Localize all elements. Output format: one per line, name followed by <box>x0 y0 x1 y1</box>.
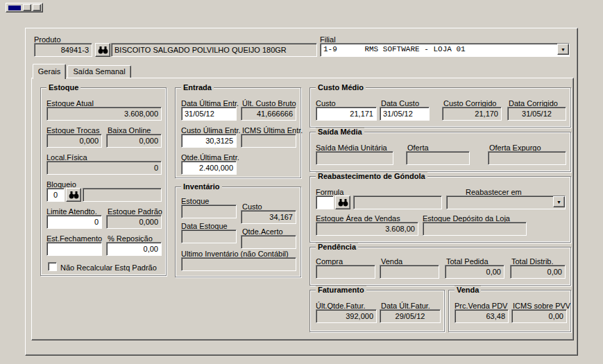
bloqueio-desc-field <box>83 188 162 202</box>
group-venda-title: Venda <box>455 286 481 294</box>
filial-dropdown-button[interactable]: ▼ <box>557 44 569 55</box>
group-faturamento-title: Faturamento <box>316 286 366 294</box>
icms-sobre-pvv-field: 0,00 <box>511 309 567 323</box>
group-pendencia: Pendência Compra Venda Total Pedida Tota… <box>309 247 571 286</box>
group-pendencia-title: Pendência <box>316 243 358 251</box>
oferta-expurgo-field <box>488 151 566 165</box>
icms-ultima-entr-field <box>241 134 296 148</box>
formula-code-field[interactable] <box>316 196 334 209</box>
nao-recalcular-checkbox[interactable] <box>48 262 57 271</box>
limite-atendto-field[interactable]: 0 <box>46 215 102 229</box>
reposicao-field[interactable]: 0,00 <box>106 242 162 256</box>
pend-compra-field <box>316 265 375 279</box>
tab-gerais[interactable]: Gerais <box>33 64 66 79</box>
est-fechamento-field[interactable] <box>46 242 102 256</box>
group-entrada-title: Entrada <box>181 83 214 92</box>
group-inventario-title: Inventário <box>181 182 222 191</box>
cm-custo-corrigido-field: 21,170 <box>442 107 502 121</box>
estoque-trocas-field: 0,000 <box>46 134 102 148</box>
binoculars-icon <box>69 191 79 199</box>
filial-value: 1-9 RMS SOFTWARE - LOJA 01 <box>323 44 466 55</box>
ultimo-inventario-field <box>181 257 296 271</box>
estoque-atual-field: 3.608,000 <box>46 107 162 121</box>
data-estoque-field <box>181 229 237 243</box>
main-panel: Produto 84941-3 BISCOITO SALGADO POLVILH… <box>25 28 578 356</box>
group-reabastecimento: Reabastecimento de Góndola Formula Reaba… <box>309 176 571 243</box>
minimized-window-fragment <box>6 3 43 12</box>
group-saida-media: Saída Média Saída Média Unitária Oferta … <box>309 132 571 172</box>
estoque-area-vendas-field: 3.608,00 <box>316 222 418 236</box>
local-fisica-field: 0 <box>46 161 162 175</box>
saida-media-unitaria-field <box>316 151 393 165</box>
application-window: { "header": { "produto_label": "Produto"… <box>0 0 603 364</box>
nao-recalcular-label: Não Recalcular Estq Padrão <box>60 263 157 272</box>
product-search-button[interactable] <box>95 43 110 57</box>
ult-custo-bruto-field: 41,666666 <box>241 107 296 121</box>
group-faturamento: Faturamento Últ.Qtde.Fatur. Data Últ.Fat… <box>309 290 445 332</box>
reabastecer-em-combobox[interactable]: ▼ <box>446 196 566 209</box>
baixa-online-field: 0,000 <box>106 134 162 148</box>
formula-search-button[interactable] <box>335 196 350 209</box>
group-saida-media-title: Saída Média <box>316 128 364 136</box>
custo-ulima-entr-field[interactable]: 30,3125 <box>181 134 237 148</box>
chevron-down-icon: ▼ <box>557 200 561 205</box>
cm-data-custo-field[interactable]: 31/05/12 <box>380 107 430 121</box>
window-control-button[interactable] <box>23 4 31 11</box>
minimized-titlebar <box>8 6 21 10</box>
total-pedida-field: 0,00 <box>445 265 504 279</box>
tab-saida-semanal[interactable]: Saída Semanal <box>67 65 131 78</box>
bloqueio-search-button[interactable] <box>66 188 81 202</box>
formula-desc-field <box>353 196 442 209</box>
ult-qtde-fatur-field: 392,000 <box>316 309 377 323</box>
inv-estoque-field <box>181 205 237 218</box>
group-reabastecimento-title: Reabastecimento de Góndola <box>316 172 427 180</box>
tab-content-panel: Estoque Estoque Atual 3.608,000 Estoque … <box>31 78 574 340</box>
produto-nome-field: BISCOITO SALGADO POLVILHO QUEIJO 180GR <box>111 43 317 57</box>
binoculars-icon <box>338 198 348 207</box>
data-ult-fatur-field: 29/05/12 <box>380 309 441 323</box>
estoque-padrao-field: 0,000 <box>106 215 162 229</box>
data-ultima-entr-field[interactable]: 31/05/12 <box>181 107 237 121</box>
group-custo-medio-title: Custo Médio <box>316 83 366 92</box>
binoculars-icon <box>98 46 108 54</box>
group-inventario: Inventário Estoque Custo 34,167 Data Est… <box>175 187 301 277</box>
oferta-field <box>406 151 470 165</box>
reabastecer-em-dropdown-button[interactable]: ▼ <box>553 196 565 207</box>
window-control-button[interactable] <box>33 4 41 11</box>
pend-venda-field <box>380 265 439 279</box>
group-estoque: Estoque Estoque Atual 3.608,000 Estoque … <box>40 87 167 276</box>
qtde-acerto-field <box>241 235 296 249</box>
prc-venda-pdv-field: 63,48 <box>455 309 509 323</box>
estoque-deposito-field <box>423 222 527 236</box>
filial-combobox[interactable]: 1-9 RMS SOFTWARE - LOJA 01 ▼ <box>320 43 570 57</box>
qtde-ultima-entr-field[interactable]: 2.400,000 <box>181 161 237 175</box>
group-entrada: Entrada Data Última Entr. Últ. Custo Bru… <box>175 87 301 178</box>
total-distrib-field: 0,00 <box>510 265 566 279</box>
cm-data-corrigido-field: 31/05/12 <box>507 107 566 121</box>
produto-code-field[interactable]: 84941-3 <box>34 43 92 57</box>
cm-custo-field[interactable]: 21,171 <box>316 107 377 121</box>
group-estoque-title: Estoque <box>46 83 80 92</box>
bloqueio-code-field[interactable]: 0 <box>46 188 65 202</box>
chevron-down-icon: ▼ <box>561 47 566 52</box>
group-custo-medio: Custo Médio Custo Data Custo Custo Corri… <box>309 87 571 128</box>
group-venda: Venda Prc.Venda PDV ICMS sobre PVV 63,48… <box>448 290 571 332</box>
inv-custo-field: 34,167 <box>241 210 296 224</box>
